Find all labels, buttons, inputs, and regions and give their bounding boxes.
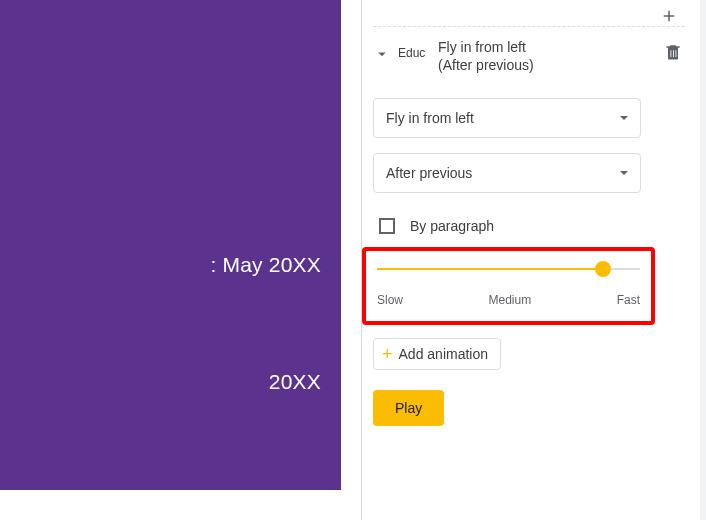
animation-element-name: Educ (398, 46, 428, 60)
animation-type-value: Fly in from left (386, 110, 620, 126)
slider-label-medium: Medium (488, 293, 531, 307)
animation-trigger-value: After previous (386, 165, 620, 181)
checkbox-label: By paragraph (410, 218, 494, 234)
animation-panel: Educ Fly in from left (After previous) F… (361, 0, 700, 520)
animation-summary: Fly in from left (After previous) (438, 38, 663, 74)
animation-trigger-select[interactable]: After previous (373, 153, 641, 193)
checkbox-icon (379, 218, 395, 234)
panel-gap (341, 0, 361, 520)
add-animation-button[interactable]: + Add animation (373, 338, 501, 370)
animation-type-select[interactable]: Fly in from left (373, 98, 641, 138)
animation-item-header[interactable]: Educ Fly in from left (After previous) (373, 38, 683, 74)
add-animation-label: Add animation (399, 346, 489, 362)
divider (373, 26, 685, 27)
add-icon[interactable] (660, 7, 678, 25)
animation-type-label: Fly in from left (438, 38, 663, 56)
slider-label-fast: Fast (617, 293, 640, 307)
slide-canvas[interactable]: : May 20XX 20XX (0, 0, 341, 490)
play-button[interactable]: Play (373, 390, 444, 426)
slider-thumb[interactable] (595, 261, 611, 277)
slider-fill (377, 268, 603, 270)
caret-down-icon (620, 116, 628, 120)
speed-slider[interactable]: Slow Medium Fast (377, 265, 640, 307)
slide-margin (0, 490, 341, 520)
slider-label-slow: Slow (377, 293, 403, 307)
by-paragraph-checkbox[interactable]: By paragraph (379, 218, 494, 234)
plus-icon: + (382, 345, 393, 363)
slide-text-line-1: : May 20XX (210, 253, 321, 277)
animation-trigger-label: (After previous) (438, 56, 663, 74)
slide-text-line-2: 20XX (269, 370, 321, 394)
right-edge (700, 0, 706, 520)
caret-down-icon (620, 171, 628, 175)
chevron-down-icon (373, 45, 391, 63)
trash-icon[interactable] (663, 42, 683, 62)
play-button-label: Play (395, 400, 422, 416)
